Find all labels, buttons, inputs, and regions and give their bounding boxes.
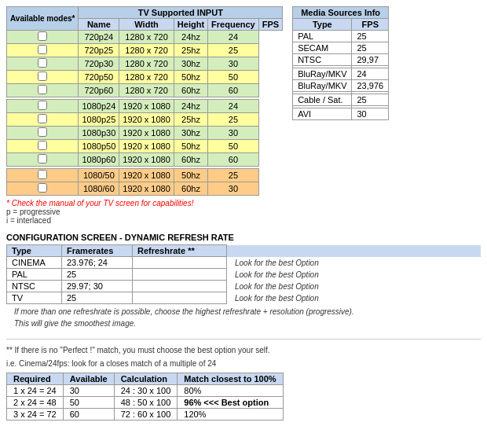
notes-section: * Check the manual of your TV screen for… <box>6 199 283 225</box>
tv-row-width: 1920 x 1080 <box>119 113 174 127</box>
tv-row-checkbox[interactable] <box>38 183 47 193</box>
config-type: NTSC <box>7 281 62 292</box>
media-row: AVI 30 <box>293 108 389 120</box>
tv-row-fps: 30 <box>208 182 259 196</box>
tv-row-fps: 50 <box>208 140 259 153</box>
match-calculation-header: Calculation <box>114 373 178 385</box>
tv-row-freq: 25hz <box>174 113 207 127</box>
config-type-header: Type <box>7 245 62 257</box>
config-type: PAL <box>7 269 62 281</box>
media-row: BluRay/MKV 23,976 <box>293 80 389 92</box>
media-type: BluRay/MKV <box>293 80 352 92</box>
tv-row-freq: 50hz <box>174 140 207 153</box>
config-row: CINEMA 23.976; 24 Look for the best Opti… <box>7 257 481 269</box>
bottom-note-2: i.e. Cinema/24fps: look for a closes mat… <box>6 359 481 368</box>
config-framerates-header: Framerates <box>62 245 133 257</box>
tv-row-fps: 25 <box>208 44 259 57</box>
tv-row-fps: 60 <box>208 153 259 167</box>
p-note: p = progressive <box>6 207 283 216</box>
tv-row-checkbox[interactable] <box>38 141 47 150</box>
tv-row-720: 720p50 1280 x 720 50hz 50 <box>7 71 283 84</box>
tv-row-width: 1280 x 720 <box>119 71 174 84</box>
tv-row-fps: 60 <box>208 84 259 97</box>
tv-row-1080: 1080p24 1920 x 1080 24hz 24 <box>7 100 283 113</box>
tv-row-1080: 1080p60 1920 x 1080 60hz 60 <box>7 153 283 167</box>
match-result: 120% <box>178 409 283 420</box>
tv-row-name: 1080p30 <box>79 127 119 140</box>
tv-row-720: 720p24 1280 x 720 24hz 24 <box>7 31 283 44</box>
tv-row-name: 720p60 <box>79 84 119 97</box>
media-sources-table: Media Sources Info Type FPS PAL 25 SECAM… <box>292 6 389 120</box>
config-section: CONFIGURATION SCREEN - DYNAMIC REFRESH R… <box>6 233 481 328</box>
match-row: 1 x 24 = 24 30 24 : 30 x 100 80% <box>7 385 284 397</box>
tv-row-width: 1920 x 1080 <box>119 169 174 182</box>
tv-row-fps: 24 <box>208 100 259 113</box>
tv-row-name: 1080p24 <box>79 100 119 113</box>
tv-row-checkbox[interactable] <box>38 114 47 123</box>
media-type-col-header: Type <box>293 19 352 31</box>
tv-row-width: 1920 x 1080 <box>119 100 174 113</box>
match-required: 2 x 24 = 48 <box>7 397 64 409</box>
col-freq-header: Frequency <box>208 19 259 31</box>
media-fps: 29,97 <box>352 54 389 66</box>
config-framerates: 25 <box>62 269 133 281</box>
tv-row-checkbox[interactable] <box>38 58 47 68</box>
col-width-header: Width <box>119 19 174 31</box>
match-available-header: Available <box>63 373 114 385</box>
tv-row-checkbox[interactable] <box>38 170 47 179</box>
tv-row-name: 1080/50 <box>79 169 119 182</box>
tv-row-720: 720p30 1280 x 720 30hz 30 <box>7 57 283 71</box>
tv-row-checkbox[interactable] <box>38 127 47 137</box>
tv-row-checkbox[interactable] <box>38 101 47 110</box>
tv-row-checkbox[interactable] <box>38 154 47 163</box>
tv-row-fps: 24 <box>208 31 259 44</box>
media-row: PAL 25 <box>293 31 389 42</box>
config-row: TV 25 Look for the best Option <box>7 292 481 304</box>
tv-row-720: 720p60 1280 x 720 60hz 60 <box>7 84 283 97</box>
tv-row-name: 720p24 <box>79 31 119 44</box>
match-available: 50 <box>63 397 114 409</box>
tv-row-width: 1920 x 1080 <box>119 153 174 167</box>
media-fps: 25 <box>352 94 389 106</box>
bottom-note-1: ** If there is no "Perfect !" match, you… <box>6 346 481 354</box>
tv-row-name: 720p50 <box>79 71 119 84</box>
match-row: 3 x 24 = 72 60 72 : 60 x 100 120% <box>7 409 284 420</box>
tv-row-freq: 50hz <box>174 169 207 182</box>
match-table: Required Available Calculation Match clo… <box>6 373 284 420</box>
col-height-header: Height <box>174 19 207 31</box>
config-refreshrate <box>133 292 227 304</box>
tv-row-checkbox[interactable] <box>38 72 47 81</box>
match-result: 96% <<< Best option <box>178 397 283 409</box>
tv-row-1080: 1080p30 1920 x 1080 30hz 30 <box>7 127 283 140</box>
media-type: Cable / Sat. <box>293 94 352 106</box>
tv-row-fps: 30 <box>208 57 259 71</box>
match-result: 80% <box>178 385 283 397</box>
media-fps-col-header: FPS <box>352 19 389 31</box>
config-refreshrate <box>133 269 227 281</box>
tv-row-width: 1920 x 1080 <box>119 140 174 153</box>
tv-row-fps: 25 <box>208 113 259 127</box>
config-row: NTSC 29.97; 30 Look for the best Option <box>7 281 481 292</box>
tv-row-checkbox[interactable] <box>38 45 47 54</box>
tv-supported-table: Available modes* TV Supported INPUT Name… <box>6 6 283 196</box>
tv-row-freq: 60hz <box>174 153 207 167</box>
tv-row-fps: 25 <box>208 169 259 182</box>
tv-row-checkbox[interactable] <box>38 31 47 41</box>
avail-modes-header: Available modes* <box>7 7 79 31</box>
tv-row-width: 1280 x 720 <box>119 84 174 97</box>
tv-row-1080: 1080p25 1920 x 1080 25hz 25 <box>7 113 283 127</box>
config-type: TV <box>7 292 62 304</box>
media-type: PAL <box>293 31 352 42</box>
col-fps-header: FPS <box>258 19 282 31</box>
i-note: i = interlaced <box>6 216 283 225</box>
match-calculation: 24 : 30 x 100 <box>114 385 178 397</box>
media-row: SECAM 25 <box>293 42 389 54</box>
tv-supported-header: TV Supported INPUT <box>79 7 283 19</box>
tv-row-name: 1080p25 <box>79 113 119 127</box>
match-required: 1 x 24 = 24 <box>7 385 64 397</box>
config-note-1: If more than one refreshrate is possible… <box>14 307 481 316</box>
tv-row-width: 1280 x 720 <box>119 44 174 57</box>
tv-row-freq: 24hz <box>174 100 207 113</box>
tv-row-orange: 1080/50 1920 x 1080 50hz 25 <box>7 169 283 182</box>
tv-row-checkbox[interactable] <box>38 85 47 94</box>
